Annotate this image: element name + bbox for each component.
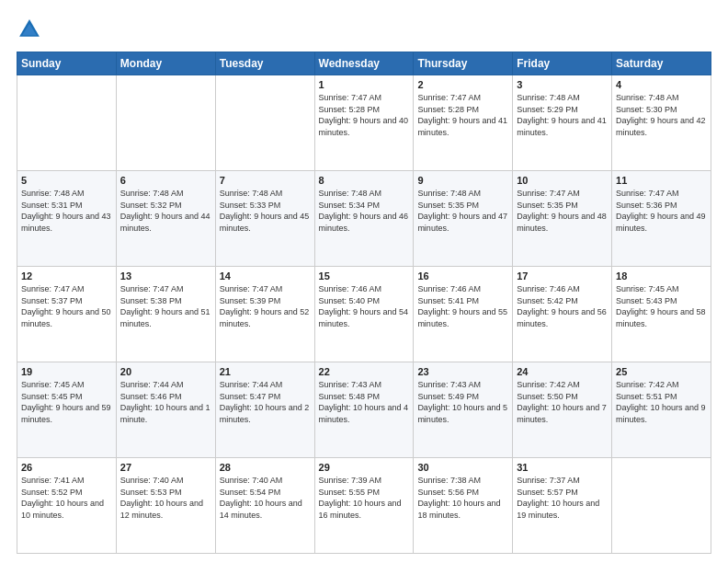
day-info: Sunrise: 7:44 AM Sunset: 5:47 PM Dayligh…	[220, 379, 311, 425]
calendar-cell: 11Sunrise: 7:47 AM Sunset: 5:36 PM Dayli…	[612, 171, 711, 267]
calendar-cell: 21Sunrise: 7:44 AM Sunset: 5:47 PM Dayli…	[215, 362, 314, 458]
day-info: Sunrise: 7:38 AM Sunset: 5:56 PM Dayligh…	[417, 475, 508, 521]
calendar-cell: 28Sunrise: 7:40 AM Sunset: 5:54 PM Dayli…	[215, 458, 314, 554]
calendar-table: SundayMondayTuesdayWednesdayThursdayFrid…	[17, 52, 711, 554]
day-info: Sunrise: 7:45 AM Sunset: 5:43 PM Dayligh…	[616, 283, 707, 329]
calendar-cell: 17Sunrise: 7:46 AM Sunset: 5:42 PM Dayli…	[513, 267, 612, 362]
calendar-cell: 9Sunrise: 7:48 AM Sunset: 5:35 PM Daylig…	[414, 171, 513, 267]
calendar-cell	[116, 75, 215, 171]
day-number: 3	[517, 79, 608, 90]
day-info: Sunrise: 7:45 AM Sunset: 5:45 PM Dayligh…	[21, 379, 112, 425]
day-number: 6	[120, 175, 211, 186]
weekday-header-row: SundayMondayTuesdayWednesdayThursdayFrid…	[17, 52, 711, 75]
day-number: 8	[319, 175, 410, 186]
calendar-cell: 2Sunrise: 7:47 AM Sunset: 5:28 PM Daylig…	[414, 75, 513, 171]
calendar-cell: 30Sunrise: 7:38 AM Sunset: 5:56 PM Dayli…	[414, 458, 513, 554]
day-number: 17	[517, 270, 608, 282]
day-number: 20	[120, 366, 211, 377]
calendar-cell	[215, 75, 314, 171]
day-info: Sunrise: 7:47 AM Sunset: 5:28 PM Dayligh…	[417, 92, 508, 138]
day-number: 26	[21, 462, 112, 473]
weekday-header-monday: Monday	[116, 52, 215, 75]
day-number: 2	[417, 79, 508, 90]
day-number: 9	[417, 175, 508, 186]
day-info: Sunrise: 7:46 AM Sunset: 5:41 PM Dayligh…	[417, 283, 508, 329]
day-number: 29	[319, 462, 410, 473]
day-number: 30	[417, 462, 508, 473]
day-info: Sunrise: 7:48 AM Sunset: 5:33 PM Dayligh…	[220, 188, 311, 234]
calendar-cell: 1Sunrise: 7:47 AM Sunset: 5:28 PM Daylig…	[314, 75, 414, 171]
page: SundayMondayTuesdayWednesdayThursdayFrid…	[0, 0, 728, 563]
day-number: 5	[21, 175, 112, 186]
day-info: Sunrise: 7:40 AM Sunset: 5:53 PM Dayligh…	[120, 475, 211, 521]
day-info: Sunrise: 7:48 AM Sunset: 5:31 PM Dayligh…	[21, 188, 112, 234]
calendar-cell: 18Sunrise: 7:45 AM Sunset: 5:43 PM Dayli…	[612, 267, 711, 362]
day-number: 24	[517, 366, 608, 377]
day-number: 21	[220, 366, 311, 377]
day-number: 7	[220, 175, 311, 186]
day-info: Sunrise: 7:47 AM Sunset: 5:39 PM Dayligh…	[220, 283, 311, 329]
day-number: 28	[220, 462, 311, 473]
day-info: Sunrise: 7:42 AM Sunset: 5:51 PM Dayligh…	[616, 379, 707, 425]
logo-icon	[17, 17, 42, 42]
calendar-cell: 13Sunrise: 7:47 AM Sunset: 5:38 PM Dayli…	[116, 267, 215, 362]
calendar-cell: 24Sunrise: 7:42 AM Sunset: 5:50 PM Dayli…	[513, 362, 612, 458]
calendar-cell: 23Sunrise: 7:43 AM Sunset: 5:49 PM Dayli…	[414, 362, 513, 458]
week-row-3: 12Sunrise: 7:47 AM Sunset: 5:37 PM Dayli…	[17, 267, 711, 362]
calendar-cell: 5Sunrise: 7:48 AM Sunset: 5:31 PM Daylig…	[17, 171, 117, 267]
day-info: Sunrise: 7:39 AM Sunset: 5:55 PM Dayligh…	[319, 475, 410, 521]
day-info: Sunrise: 7:41 AM Sunset: 5:52 PM Dayligh…	[21, 475, 112, 521]
day-info: Sunrise: 7:47 AM Sunset: 5:28 PM Dayligh…	[319, 92, 410, 138]
logo	[17, 17, 46, 42]
day-info: Sunrise: 7:47 AM Sunset: 5:36 PM Dayligh…	[616, 188, 707, 234]
day-number: 12	[21, 270, 112, 282]
day-info: Sunrise: 7:48 AM Sunset: 5:29 PM Dayligh…	[517, 92, 608, 138]
day-info: Sunrise: 7:47 AM Sunset: 5:37 PM Dayligh…	[21, 283, 112, 329]
day-number: 11	[616, 175, 707, 186]
day-number: 18	[616, 270, 707, 282]
calendar-cell: 25Sunrise: 7:42 AM Sunset: 5:51 PM Dayli…	[612, 362, 711, 458]
day-info: Sunrise: 7:48 AM Sunset: 5:34 PM Dayligh…	[319, 188, 410, 234]
day-info: Sunrise: 7:44 AM Sunset: 5:46 PM Dayligh…	[120, 379, 211, 425]
calendar-cell: 8Sunrise: 7:48 AM Sunset: 5:34 PM Daylig…	[314, 171, 414, 267]
calendar-cell: 26Sunrise: 7:41 AM Sunset: 5:52 PM Dayli…	[17, 458, 117, 554]
week-row-4: 19Sunrise: 7:45 AM Sunset: 5:45 PM Dayli…	[17, 362, 711, 458]
calendar-cell: 10Sunrise: 7:47 AM Sunset: 5:35 PM Dayli…	[513, 171, 612, 267]
calendar-cell: 29Sunrise: 7:39 AM Sunset: 5:55 PM Dayli…	[314, 458, 414, 554]
day-info: Sunrise: 7:46 AM Sunset: 5:42 PM Dayligh…	[517, 283, 608, 329]
weekday-header-tuesday: Tuesday	[215, 52, 314, 75]
weekday-header-sunday: Sunday	[17, 52, 117, 75]
day-info: Sunrise: 7:48 AM Sunset: 5:30 PM Dayligh…	[616, 92, 707, 138]
calendar-cell: 7Sunrise: 7:48 AM Sunset: 5:33 PM Daylig…	[215, 171, 314, 267]
day-number: 1	[319, 79, 410, 90]
day-number: 14	[220, 270, 311, 282]
calendar-cell: 4Sunrise: 7:48 AM Sunset: 5:30 PM Daylig…	[612, 75, 711, 171]
day-info: Sunrise: 7:47 AM Sunset: 5:38 PM Dayligh…	[120, 283, 211, 329]
weekday-header-friday: Friday	[513, 52, 612, 75]
week-row-1: 1Sunrise: 7:47 AM Sunset: 5:28 PM Daylig…	[17, 75, 711, 171]
day-number: 19	[21, 366, 112, 377]
calendar-cell: 22Sunrise: 7:43 AM Sunset: 5:48 PM Dayli…	[314, 362, 414, 458]
day-info: Sunrise: 7:46 AM Sunset: 5:40 PM Dayligh…	[319, 283, 410, 329]
day-info: Sunrise: 7:43 AM Sunset: 5:48 PM Dayligh…	[319, 379, 410, 425]
calendar-cell: 15Sunrise: 7:46 AM Sunset: 5:40 PM Dayli…	[314, 267, 414, 362]
weekday-header-thursday: Thursday	[414, 52, 513, 75]
day-info: Sunrise: 7:43 AM Sunset: 5:49 PM Dayligh…	[417, 379, 508, 425]
day-number: 27	[120, 462, 211, 473]
week-row-5: 26Sunrise: 7:41 AM Sunset: 5:52 PM Dayli…	[17, 458, 711, 554]
calendar-cell: 3Sunrise: 7:48 AM Sunset: 5:29 PM Daylig…	[513, 75, 612, 171]
calendar-cell: 12Sunrise: 7:47 AM Sunset: 5:37 PM Dayli…	[17, 267, 117, 362]
day-number: 13	[120, 270, 211, 282]
day-info: Sunrise: 7:37 AM Sunset: 5:57 PM Dayligh…	[517, 475, 608, 521]
calendar-cell: 6Sunrise: 7:48 AM Sunset: 5:32 PM Daylig…	[116, 171, 215, 267]
header	[17, 17, 711, 42]
calendar-cell: 16Sunrise: 7:46 AM Sunset: 5:41 PM Dayli…	[414, 267, 513, 362]
day-number: 4	[616, 79, 707, 90]
week-row-2: 5Sunrise: 7:48 AM Sunset: 5:31 PM Daylig…	[17, 171, 711, 267]
day-info: Sunrise: 7:48 AM Sunset: 5:35 PM Dayligh…	[417, 188, 508, 234]
calendar-cell: 19Sunrise: 7:45 AM Sunset: 5:45 PM Dayli…	[17, 362, 117, 458]
day-number: 31	[517, 462, 608, 473]
day-number: 22	[319, 366, 410, 377]
calendar-cell: 14Sunrise: 7:47 AM Sunset: 5:39 PM Dayli…	[215, 267, 314, 362]
calendar-cell	[612, 458, 711, 554]
